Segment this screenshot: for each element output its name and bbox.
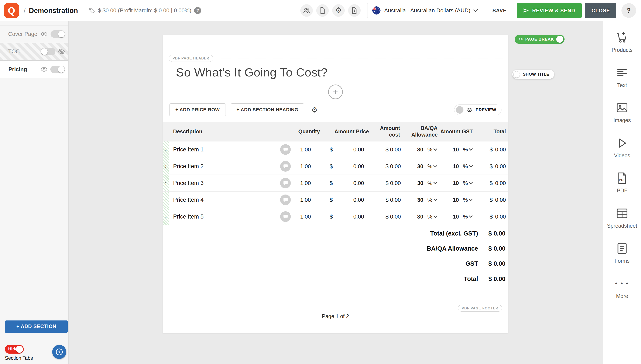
plus-icon: + xyxy=(333,87,338,97)
page-title[interactable]: So What's It Going To Cost? xyxy=(176,66,508,79)
eye-icon[interactable] xyxy=(40,30,48,38)
content-tools-panel: Products Text Images Videos PDF PDF Spre… xyxy=(603,21,641,364)
price-row: ↕ Price Item 2 1.00 $ 0.00 $ 0.00 30 % xyxy=(163,158,508,175)
baqa-allowance-cell[interactable]: 30 % xyxy=(402,208,440,225)
tool-images[interactable]: Images xyxy=(603,95,641,130)
table-settings-button[interactable]: ⚙ xyxy=(308,104,321,116)
pricing-visibility-toggle[interactable] xyxy=(50,66,65,73)
sidebar-item-cover-page[interactable]: Cover Page xyxy=(0,25,68,43)
cover-page-visibility-toggle[interactable] xyxy=(50,30,65,38)
eye-off-icon[interactable] xyxy=(58,48,65,56)
quantity-cell[interactable]: 1.00 xyxy=(286,142,322,158)
add-block-button[interactable]: + xyxy=(328,84,343,99)
document-title[interactable]: Demonstration xyxy=(29,6,78,15)
toc-visibility-toggle[interactable] xyxy=(40,48,55,56)
tool-more[interactable]: • • • More xyxy=(603,270,641,306)
currency-symbol: $ xyxy=(490,180,492,186)
tool-spreadsheet[interactable]: Spreadsheet xyxy=(603,200,641,236)
comment-button[interactable] xyxy=(280,144,291,155)
amount-price-cell[interactable]: $ 0.00 xyxy=(322,192,372,208)
row-drag-handle[interactable]: ↕ xyxy=(163,192,169,208)
baqa-allowance-cell[interactable]: 30 % xyxy=(402,175,440,191)
hide-section-tabs-toggle[interactable]: Hide xyxy=(5,345,24,354)
amount-gst-cell[interactable]: 10 % xyxy=(440,208,475,225)
description-cell[interactable]: Price Item 1 xyxy=(169,142,286,158)
amount-gst-cell[interactable]: 10 % xyxy=(440,158,475,174)
settings-button[interactable]: ⚙ xyxy=(332,4,345,17)
amount-price-cell[interactable]: $ 0.00 xyxy=(322,175,372,191)
row-drag-handle[interactable]: ↕ xyxy=(163,142,169,158)
comment-button[interactable] xyxy=(280,194,291,205)
amount-gst-cell[interactable]: 10 % xyxy=(440,192,475,208)
close-button[interactable]: CLOSE xyxy=(585,3,616,18)
amount-price-cell[interactable]: $ 0.00 xyxy=(322,208,372,225)
show-title-toggle[interactable]: SHOW TITLE xyxy=(512,70,554,79)
quantity-cell[interactable]: 1.00 xyxy=(286,208,322,225)
preview-toggle[interactable]: PREVIEW xyxy=(454,104,501,115)
amount-price-cell[interactable]: $ 0.00 xyxy=(322,142,372,158)
amount-gst-cell[interactable]: 10 % xyxy=(440,175,475,191)
currency-symbol: $ xyxy=(490,214,492,220)
comment-button[interactable] xyxy=(280,211,291,222)
help-button[interactable]: ? xyxy=(622,3,636,18)
document-settings-button[interactable] xyxy=(316,4,329,17)
save-button[interactable]: SAVE xyxy=(486,3,513,18)
amount-price-cell[interactable]: $ 0.00 xyxy=(322,158,372,174)
quantity-cell[interactable]: 1.00 xyxy=(286,158,322,174)
tool-videos[interactable]: Videos xyxy=(603,130,641,165)
toggle-knob xyxy=(456,106,464,114)
add-price-row-button[interactable]: + ADD PRICE ROW xyxy=(170,104,226,116)
description-cell[interactable]: Price Item 2 xyxy=(169,158,286,174)
document-icon xyxy=(319,7,326,14)
play-icon xyxy=(616,136,629,150)
row-drag-handle[interactable]: ↕ xyxy=(163,208,169,225)
amount-cost-cell: $ 0.00 xyxy=(372,142,402,158)
add-section-button[interactable]: + ADD SECTION xyxy=(5,320,68,333)
sidebar-item-toc[interactable]: TOC xyxy=(0,43,68,60)
app-logo[interactable]: Q xyxy=(4,3,19,18)
row-drag-handle[interactable]: ↕ xyxy=(163,158,169,174)
sidebar-item-pricing[interactable]: Pricing xyxy=(0,60,68,78)
row-drag-handle[interactable]: ↕ xyxy=(163,175,169,191)
contacts-button[interactable] xyxy=(300,4,313,17)
tool-text[interactable]: Text xyxy=(603,60,641,95)
eye-icon[interactable] xyxy=(40,66,48,73)
pricing-table: Description Quantity Amount Price Amount… xyxy=(163,122,508,225)
pdf-page-header-divider: PDF PAGE HEADER xyxy=(168,58,503,58)
collapse-sidebar-button[interactable] xyxy=(52,345,66,359)
column-header-total: Total xyxy=(475,122,508,141)
chevron-down-icon xyxy=(469,147,473,151)
profit-help-icon[interactable]: ? xyxy=(194,7,201,14)
comment-button[interactable] xyxy=(280,178,291,188)
amount-gst-cell[interactable]: 10 % xyxy=(440,142,475,158)
quantity-cell[interactable]: 1.00 xyxy=(286,192,322,208)
tool-pdf[interactable]: PDF PDF xyxy=(603,165,641,200)
page-break-toggle[interactable]: ✂ PAGE BREAK xyxy=(515,35,564,44)
description-cell[interactable]: Price Item 3 xyxy=(169,175,286,191)
more-dots-icon: • • • xyxy=(615,277,629,290)
review-send-button[interactable]: REVIEW & SEND xyxy=(517,3,582,18)
chevron-down-icon xyxy=(469,180,473,184)
drag-handle-icon: ↕ xyxy=(164,147,167,152)
eye-icon xyxy=(466,106,473,113)
add-section-heading-button[interactable]: + ADD SECTION HEADING xyxy=(231,104,304,116)
baqa-allowance-cell[interactable]: 30 % xyxy=(402,142,440,158)
baqa-allowance-cell[interactable]: 30 % xyxy=(402,158,440,174)
export-pdf-button[interactable] xyxy=(348,4,361,17)
comment-button[interactable] xyxy=(280,161,291,172)
add-block-wrap: + xyxy=(163,84,508,99)
description-cell[interactable]: Price Item 5 xyxy=(169,208,286,225)
tool-products[interactable]: Products xyxy=(603,24,641,60)
description-cell[interactable]: Price Item 4 xyxy=(169,192,286,208)
quantity-cell[interactable]: 1.00 xyxy=(286,175,322,191)
currency-selector[interactable]: Australia - Australian Dollars (AUD) xyxy=(367,3,482,18)
currency-symbol: $ xyxy=(490,197,492,203)
amount-cost-cell: $ 0.00 xyxy=(372,158,402,174)
pdf-page-footer-label: PDF PAGE FOOTER xyxy=(458,305,502,312)
baqa-allowance-cell[interactable]: 30 % xyxy=(402,192,440,208)
tool-forms[interactable]: Forms xyxy=(603,236,641,271)
question-mark-icon: ? xyxy=(627,7,631,14)
cart-plus-icon xyxy=(616,31,629,44)
hide-section-tabs: Hide Section Tabs xyxy=(5,345,33,361)
column-header-amount-price: Amount Price xyxy=(322,122,372,141)
